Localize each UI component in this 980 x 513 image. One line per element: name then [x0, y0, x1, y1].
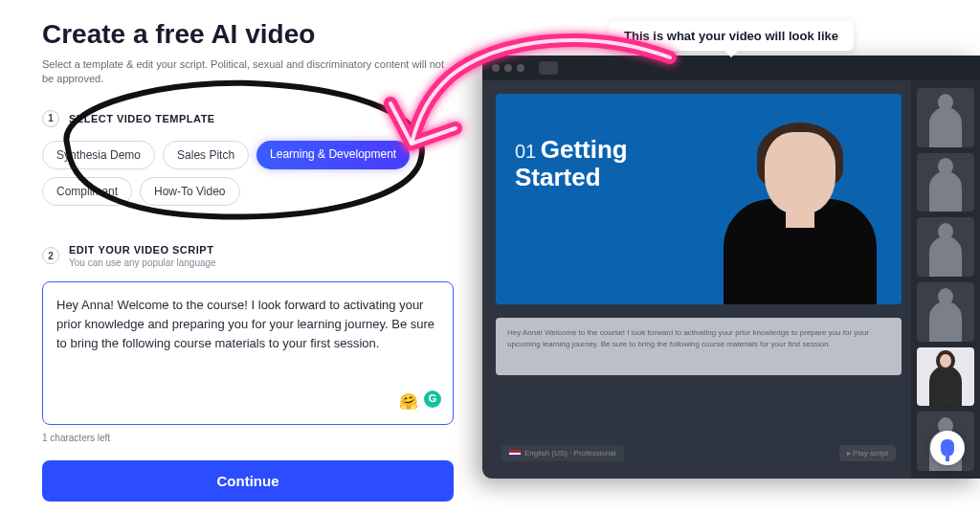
slide-title-line2: Started: [515, 164, 628, 191]
avatar-thumbnail[interactable]: [917, 153, 974, 212]
slide-title-line1: Getting: [541, 135, 628, 164]
avatar-thumbnail[interactable]: Laura: [917, 347, 974, 407]
template-chip[interactable]: Synthesia Demo: [42, 141, 155, 169]
browser-titlebar: [482, 56, 980, 80]
template-chip[interactable]: Learning & Development: [256, 141, 410, 169]
script-content: Hey Anna! Welcome to the course! I look …: [56, 298, 434, 350]
video-slide: 01 Getting Started: [496, 94, 902, 304]
grammarly-icon[interactable]: G: [424, 390, 441, 408]
page-title: Create a free AI video: [42, 19, 454, 50]
window-dot: [504, 64, 512, 72]
window-dot: [517, 64, 524, 72]
url-pill: [539, 61, 558, 75]
preview-window: 01 Getting Started Hey Anna! Welcome to …: [482, 56, 980, 479]
template-chip[interactable]: Compliment: [42, 177, 132, 206]
step-2-sublabel: You can use any popular language: [69, 257, 216, 268]
avatar-presenter: [724, 113, 877, 304]
step-2-number: 2: [42, 247, 59, 264]
play-script-button[interactable]: ▸ Play script: [839, 445, 896, 461]
script-textarea[interactable]: Hey Anna! Welcome to the course! I look …: [42, 281, 454, 425]
preview-tooltip: This is what your video will look like: [609, 21, 854, 51]
avatar-thumbnail[interactable]: [917, 88, 974, 147]
continue-button[interactable]: Continue: [42, 460, 454, 502]
microphone-icon: [941, 439, 954, 457]
slide-number: 01: [515, 141, 536, 162]
avatar-thumbnail[interactable]: [917, 217, 974, 277]
avatar-thumbnail[interactable]: [917, 282, 974, 342]
step-1-label: SELECT VIDEO TEMPLATE: [69, 113, 215, 124]
step-2-header: 2 EDIT YOUR VIDEO SCRIPT You can use any…: [42, 244, 454, 268]
language-selector[interactable]: English (US) · Professional: [501, 445, 624, 461]
language-label: English (US) · Professional: [524, 449, 616, 457]
template-chip-row: Synthesia DemoSales PitchLearning & Deve…: [42, 141, 454, 206]
microphone-button[interactable]: [930, 431, 965, 465]
step-2-label: EDIT YOUR VIDEO SCRIPT: [69, 244, 216, 256]
step-1-header: 1 SELECT VIDEO TEMPLATE: [42, 110, 454, 127]
window-dot: [492, 64, 500, 72]
characters-left: 1 characters left: [42, 433, 454, 443]
flag-icon: [509, 450, 521, 457]
step-1-number: 1: [42, 110, 59, 127]
page-subtitle: Select a template & edit your script. Po…: [42, 57, 454, 87]
emoji-icon[interactable]: 🤗: [399, 390, 418, 414]
template-chip[interactable]: Sales Pitch: [163, 141, 249, 169]
avatar-picker-strip: Laura: [911, 80, 980, 479]
template-chip[interactable]: How-To Video: [140, 177, 239, 206]
script-preview-box: Hey Anna! Welcome to the course! I look …: [496, 318, 902, 375]
avatar-thumbnail-label: Laura: [937, 397, 954, 404]
